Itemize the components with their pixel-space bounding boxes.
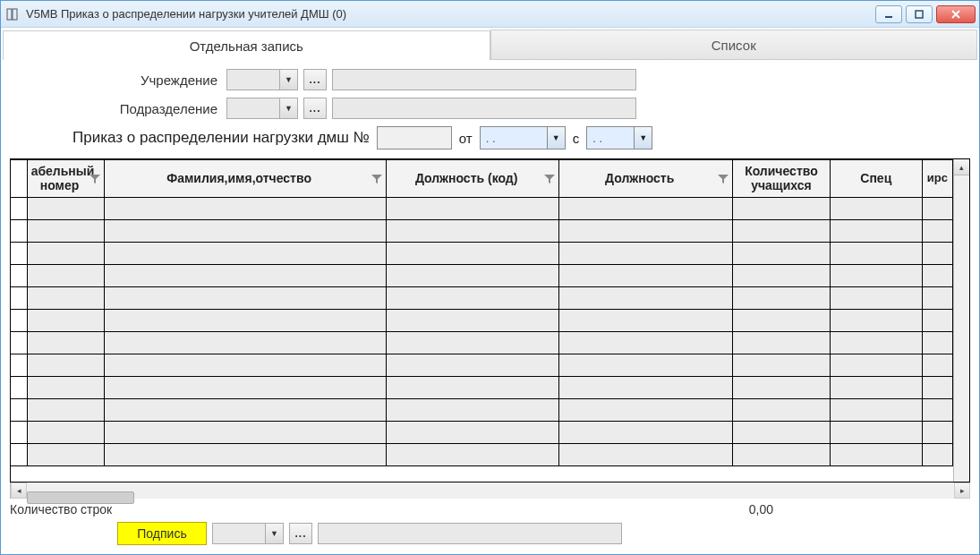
table-cell[interactable]	[386, 310, 559, 332]
table-cell[interactable]	[386, 265, 559, 287]
table-cell[interactable]	[105, 287, 387, 310]
table-cell[interactable]	[559, 243, 733, 265]
table-cell[interactable]	[11, 332, 27, 354]
table-cell[interactable]	[732, 422, 830, 444]
table-cell[interactable]	[922, 332, 952, 354]
signature-combo[interactable]: ▼	[212, 523, 284, 544]
signature-browse-button[interactable]: ...	[289, 523, 312, 544]
table-cell[interactable]	[830, 354, 922, 377]
table-cell[interactable]	[732, 310, 830, 332]
table-cell[interactable]	[27, 332, 105, 354]
table-cell[interactable]	[830, 243, 922, 265]
table-row[interactable]	[11, 422, 953, 444]
table-cell[interactable]	[11, 220, 27, 243]
row-selector-header[interactable]	[11, 160, 27, 198]
table-cell[interactable]	[11, 243, 27, 265]
scroll-right-button[interactable]: ▸	[954, 482, 970, 499]
table-cell[interactable]	[105, 354, 387, 377]
table-cell[interactable]	[105, 243, 387, 265]
table-cell[interactable]	[559, 399, 733, 422]
col-fio[interactable]: Фамилия,имя,отчество	[105, 160, 387, 198]
table-cell[interactable]	[922, 265, 952, 287]
table-cell[interactable]	[105, 265, 387, 287]
table-row[interactable]	[11, 265, 953, 287]
table-cell[interactable]	[732, 265, 830, 287]
table-cell[interactable]	[830, 220, 922, 243]
filter-icon[interactable]	[717, 173, 729, 185]
vertical-scrollbar[interactable]: ▴	[953, 159, 970, 482]
table-row[interactable]	[11, 310, 953, 332]
table-cell[interactable]	[922, 220, 952, 243]
filter-icon[interactable]	[89, 173, 101, 185]
table-cell[interactable]	[732, 220, 830, 243]
table-cell[interactable]	[105, 310, 387, 332]
col-position-code[interactable]: Должность (код)	[386, 160, 559, 198]
tab-list[interactable]: Список	[490, 30, 978, 59]
maximize-button[interactable]	[906, 5, 933, 23]
table-cell[interactable]	[559, 377, 733, 399]
table-cell[interactable]	[11, 399, 27, 422]
tab-single-record[interactable]: Отдельная запись	[3, 30, 490, 60]
table-cell[interactable]	[105, 198, 387, 220]
table-cell[interactable]	[830, 444, 922, 466]
table-cell[interactable]	[559, 444, 733, 466]
table-cell[interactable]	[386, 399, 559, 422]
filter-icon[interactable]	[543, 173, 556, 185]
department-browse-button[interactable]: ...	[303, 98, 327, 119]
table-cell[interactable]	[559, 332, 733, 354]
table-cell[interactable]	[559, 287, 733, 310]
vscroll-track[interactable]	[954, 175, 969, 482]
date-from-field[interactable]: . . ▼	[480, 126, 566, 149]
col-tab-no[interactable]: абельный номер	[27, 160, 105, 198]
table-cell[interactable]	[27, 198, 105, 220]
table-cell[interactable]	[830, 399, 922, 422]
table-cell[interactable]	[11, 265, 27, 287]
order-number-field[interactable]	[377, 126, 452, 149]
table-cell[interactable]	[11, 377, 27, 399]
table-row[interactable]	[11, 220, 953, 243]
table-cell[interactable]	[105, 422, 387, 444]
chevron-down-icon[interactable]: ▼	[279, 98, 297, 118]
table-cell[interactable]	[922, 377, 952, 399]
chevron-down-icon[interactable]: ▼	[547, 127, 565, 149]
table-cell[interactable]	[922, 287, 952, 310]
table-cell[interactable]	[11, 354, 27, 377]
table-row[interactable]	[11, 399, 953, 422]
table-cell[interactable]	[386, 198, 559, 220]
table-cell[interactable]	[922, 444, 952, 466]
table-cell[interactable]	[27, 265, 105, 287]
table-cell[interactable]	[922, 354, 952, 377]
table-cell[interactable]	[27, 287, 105, 310]
table-cell[interactable]	[732, 354, 830, 377]
table-cell[interactable]	[830, 287, 922, 310]
table-cell[interactable]	[559, 354, 733, 377]
table-cell[interactable]	[11, 310, 27, 332]
table-cell[interactable]	[732, 332, 830, 354]
col-spec[interactable]: Спец	[830, 160, 922, 198]
col-extra[interactable]: ирс	[922, 160, 952, 198]
table-cell[interactable]	[386, 377, 559, 399]
close-button[interactable]	[936, 5, 976, 23]
table-cell[interactable]	[27, 377, 105, 399]
table-cell[interactable]	[27, 399, 105, 422]
table-cell[interactable]	[559, 198, 733, 220]
table-row[interactable]	[11, 444, 953, 466]
table-cell[interactable]	[732, 377, 830, 399]
table-cell[interactable]	[830, 422, 922, 444]
table-cell[interactable]	[11, 422, 27, 444]
table-cell[interactable]	[830, 310, 922, 332]
table-cell[interactable]	[732, 287, 830, 310]
table-row[interactable]	[11, 377, 953, 399]
table-cell[interactable]	[105, 332, 387, 354]
table-cell[interactable]	[922, 243, 952, 265]
table-cell[interactable]	[105, 220, 387, 243]
table-cell[interactable]	[732, 444, 830, 466]
table-cell[interactable]	[559, 310, 733, 332]
table-cell[interactable]	[11, 287, 27, 310]
signature-name-field[interactable]	[318, 523, 622, 544]
table-cell[interactable]	[559, 220, 733, 243]
chevron-down-icon[interactable]: ▼	[265, 524, 283, 543]
table-cell[interactable]	[27, 310, 105, 332]
horizontal-scrollbar[interactable]: ◂ ▸	[10, 482, 970, 499]
minimize-button[interactable]	[875, 5, 902, 23]
